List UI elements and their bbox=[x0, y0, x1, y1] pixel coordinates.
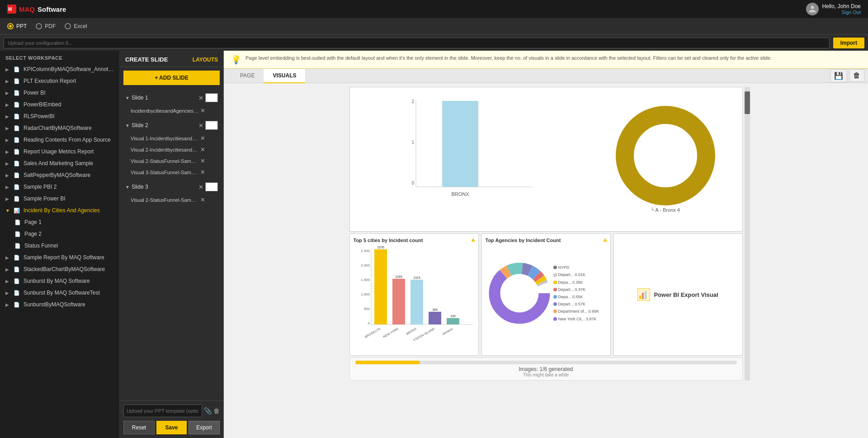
logo-maq: MAQ bbox=[19, 5, 35, 13]
sidebar: SELECT WORKSPACE ▶ 📄 KPIColumnByMAQSoftw… bbox=[0, 51, 120, 438]
sidebar-item-rls[interactable]: ▶ 📄 RLSPowerBI bbox=[0, 110, 119, 122]
sidebar-item-plt[interactable]: ▶ 📄 PLT Execution Report bbox=[0, 75, 119, 87]
slide-2-header[interactable]: ▼ Slide 2 ✕ bbox=[123, 118, 220, 133]
page-icon: 📄 bbox=[14, 219, 21, 225]
ppt-radio[interactable] bbox=[7, 23, 14, 29]
agencies-donut-svg bbox=[486, 257, 553, 329]
arrow-icon: ▶ bbox=[5, 102, 10, 107]
svg-text:→: → bbox=[647, 292, 650, 295]
save-action-button[interactable]: 💾 bbox=[830, 69, 847, 82]
content-tabs: PAGE VISUALS 💾 🗑 bbox=[224, 69, 868, 83]
sidebar-item-label: Sample Report By MAQ Software bbox=[24, 254, 114, 261]
export-ppt-option[interactable]: PPT bbox=[7, 23, 27, 29]
visual-3-statusfunnel-item[interactable]: Visual 3-StatusFunnel-Sampl... ✕ bbox=[123, 167, 220, 178]
slide-3-header[interactable]: ▼ Slide 3 ✕ bbox=[123, 180, 220, 194]
canvas-scrollbar-thumb[interactable] bbox=[745, 91, 750, 114]
visual-close-icon[interactable]: ✕ bbox=[200, 157, 205, 164]
visual-1-incident-item[interactable]: Visual 1-IncidentbycitiesandA... ✕ bbox=[123, 133, 220, 144]
ppt-label: PPT bbox=[16, 23, 27, 29]
svg-text:Jamaica: Jamaica bbox=[441, 327, 453, 336]
save-button[interactable]: Save bbox=[156, 421, 187, 434]
slide-1-name: Slide 1 bbox=[132, 95, 197, 101]
sidebar-item-label: Reading Contents From App Source bbox=[24, 137, 114, 143]
pdf-radio[interactable] bbox=[36, 23, 42, 29]
page-icon: 📄 bbox=[14, 67, 20, 72]
progress-text: Images: 1/6 generated bbox=[519, 366, 573, 372]
visual-title: Top 5 cities by Incident count bbox=[354, 238, 475, 243]
template-input[interactable] bbox=[123, 405, 202, 417]
sidebar-item-report-usage[interactable]: ▶ 📄 Report Usage Metrics Report bbox=[0, 146, 119, 157]
visual-name: Visual 3-StatusFunnel-Sampl... bbox=[131, 170, 198, 175]
layouts-button[interactable]: LAYOUTS bbox=[193, 57, 218, 63]
slide-3-close[interactable]: ✕ bbox=[198, 184, 203, 190]
tab-visuals[interactable]: VISUALS bbox=[264, 69, 305, 83]
visual-close-icon[interactable]: ✕ bbox=[200, 107, 205, 114]
visual-incident-item[interactable]: IncidentbycitiesandAgencies-... ✕ bbox=[123, 105, 220, 116]
config-bar: Import bbox=[0, 34, 868, 51]
paperclip-icon[interactable]: 📎 bbox=[204, 407, 212, 414]
export-pdf-option[interactable]: PDF bbox=[36, 23, 56, 29]
visual-2-statusfunnel-item[interactable]: Visual 2-StatusFunnel-Sampl... ✕ bbox=[123, 155, 220, 167]
sidebar-item-sample2[interactable]: ▶ 📄 Sample PBI 2 bbox=[0, 181, 119, 193]
slide-1-close[interactable]: ✕ bbox=[198, 95, 203, 101]
sidebar-item-label: Page 2 bbox=[24, 231, 114, 237]
visual-close-icon[interactable]: ✕ bbox=[200, 146, 205, 153]
export-button[interactable]: Export bbox=[189, 421, 220, 434]
sidebar-item-sunburstmaq[interactable]: ▶ 📄 SunburstByMAQSoftware bbox=[0, 299, 119, 310]
arrow-icon: ▶ bbox=[5, 290, 10, 295]
sidebar-item-stacked[interactable]: ▶ 📄 StackedBarChartByMAQSoftware bbox=[0, 263, 119, 275]
sidebar-item-samplepowerbi[interactable]: ▶ 📄 Sample Power BI bbox=[0, 193, 119, 205]
expand-icon: ▼ bbox=[5, 208, 10, 213]
svg-text:2205: 2205 bbox=[377, 246, 384, 249]
sidebar-item-sample-maq[interactable]: ▶ 📄 Sample Report By MAQ Software bbox=[0, 252, 119, 263]
visual-2-incident-item[interactable]: Visual 2-IncidentbycitiesandA... ✕ bbox=[123, 144, 220, 155]
delete-action-button[interactable]: 🗑 bbox=[849, 69, 864, 82]
export-excel-option[interactable]: Excel bbox=[65, 23, 87, 29]
sidebar-item-powerbiembed[interactable]: ▶ 📄 PowerBIEmbed bbox=[0, 99, 119, 110]
canvas-scrollbar[interactable] bbox=[745, 87, 750, 381]
visual-close-icon[interactable]: ✕ bbox=[200, 169, 205, 176]
sidebar-item-label: Report Usage Metrics Report bbox=[24, 148, 114, 155]
arrow-icon: ▶ bbox=[5, 255, 10, 260]
sidebar-item-sales[interactable]: ▶ 📄 Sales And Marketing Sample bbox=[0, 157, 119, 169]
reset-button[interactable]: Reset bbox=[123, 421, 155, 434]
visual-close-icon[interactable]: ✕ bbox=[200, 135, 205, 142]
slide-1-header[interactable]: ▼ Slide 1 ✕ bbox=[123, 90, 220, 105]
sign-out-link[interactable]: Sign Out bbox=[841, 10, 861, 15]
svg-text:1324: 1324 bbox=[413, 276, 420, 279]
sidebar-item-radar[interactable]: ▶ 📄 RadarChartByMAQSoftware bbox=[0, 122, 119, 134]
delete-template-icon[interactable]: 🗑 bbox=[213, 407, 220, 414]
sidebar-item-incident[interactable]: ▼ 📊 Incident By Cities And Agencies bbox=[0, 205, 119, 216]
sidebar-item-powerbi[interactable]: ▶ 📄 Power BI bbox=[0, 87, 119, 99]
preview-area[interactable]: 2 1 0 BRONX bbox=[224, 83, 868, 438]
excel-radio[interactable] bbox=[65, 23, 71, 29]
svg-rect-23 bbox=[410, 280, 423, 324]
progress-subtext: This might take a while bbox=[523, 372, 569, 377]
sidebar-item-status-funnel[interactable]: 📄 Status Funnel bbox=[0, 240, 119, 252]
slide-expand-icon: ▼ bbox=[125, 123, 130, 128]
page-icon: 📄 bbox=[14, 278, 20, 284]
export-visual-content: → Power BI Export Visual bbox=[618, 238, 739, 352]
visual-name: Visual 2-StatusFunnel-Sampl... bbox=[131, 197, 198, 203]
sidebar-item-reading[interactable]: ▶ 📄 Reading Contents From App Source bbox=[0, 134, 119, 146]
add-slide-button[interactable]: + ADD SLIDE bbox=[123, 71, 220, 85]
sidebar-item-salt[interactable]: ▶ 📄 SaltPepperByMAQSoftware bbox=[0, 169, 119, 181]
sidebar-item-page1[interactable]: 📄 Page 1 bbox=[0, 216, 119, 228]
sidebar-item-page2[interactable]: 📄 Page 2 bbox=[0, 228, 119, 240]
page-icon: 📄 bbox=[14, 231, 21, 237]
import-button[interactable]: Import bbox=[833, 38, 864, 48]
visual-2-sf-s3-item[interactable]: Visual 2-StatusFunnel-Sampl... ✕ bbox=[123, 194, 220, 205]
sidebar-item-sunburst[interactable]: ▶ 📄 Sunburst By MAQ Software bbox=[0, 275, 119, 287]
slide-3-name: Slide 3 bbox=[132, 184, 197, 190]
main-layout: SELECT WORKSPACE ▶ 📄 KPIColumnByMAQSoftw… bbox=[0, 51, 868, 438]
agencies-legend: NYPD Depart... 0.01K Depa... 0.35K Depar… bbox=[553, 264, 599, 323]
arrow-icon: ▶ bbox=[5, 67, 10, 72]
sidebar-item-sunbursttest[interactable]: ▶ 📄 Sunburst By MAQ SoftwareTest bbox=[0, 287, 119, 299]
sidebar-item-label: Incident By Cities And Agencies bbox=[24, 207, 114, 214]
svg-text:BROOKLYN: BROOKLYN bbox=[364, 327, 381, 338]
visual-close-icon[interactable]: ✕ bbox=[200, 196, 205, 203]
sidebar-item-kpi[interactable]: ▶ 📄 KPIColumnByMAQSoftware_Annotation bbox=[0, 63, 119, 75]
tab-page[interactable]: PAGE bbox=[231, 69, 264, 83]
config-file-input[interactable] bbox=[4, 38, 830, 48]
slide-2-close[interactable]: ✕ bbox=[198, 122, 203, 129]
